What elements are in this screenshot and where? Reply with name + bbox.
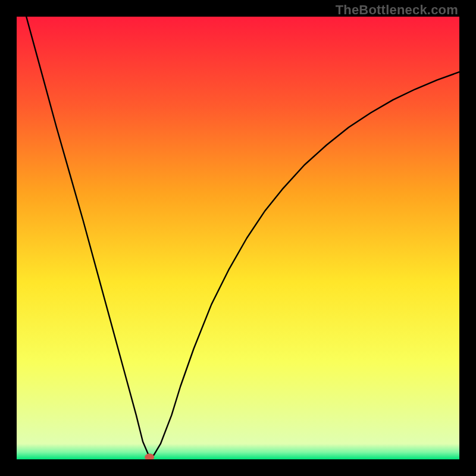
bottleneck-chart	[17, 17, 459, 459]
watermark-text: TheBottleneck.com	[336, 2, 458, 18]
chart-background	[17, 17, 459, 459]
chart-frame	[17, 17, 459, 459]
